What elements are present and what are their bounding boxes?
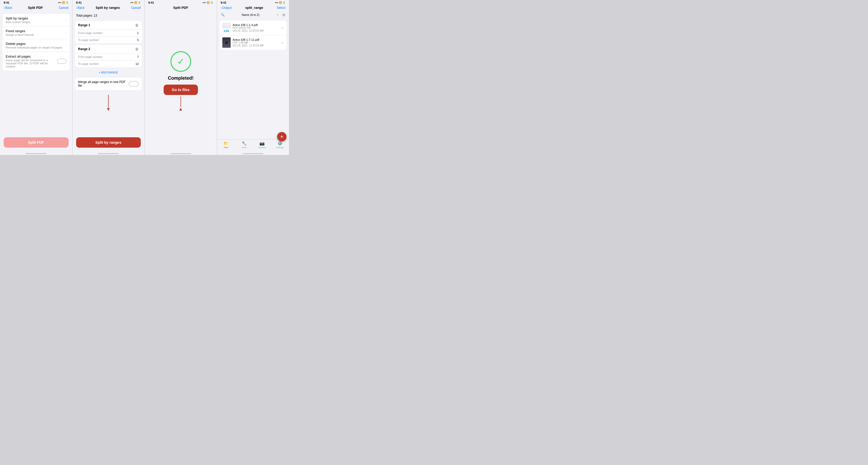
arrow-up-annotation: ▲	[179, 97, 183, 112]
file-item-1[interactable]: Ankur iDB 1-1-4.pdf PDF 438.87 KB Oct 29…	[220, 21, 287, 35]
split-by-ranges-button[interactable]: Split by ranges	[76, 137, 141, 147]
range-from-label-2: From page number:	[78, 55, 103, 58]
range-delete-icon-1[interactable]: 🗑	[135, 23, 139, 27]
completed-title: Completed!	[168, 75, 193, 81]
panel-output-files: 9:41 ▪▪▪▪ 📶 🔋 ‹ Output split_range Selec…	[217, 0, 289, 155]
menu-item-subtitle-3: Remove individual pages or ranges of pag…	[6, 46, 65, 49]
tab-bar: 📁 Files 🔧 Tools 📷 Scanner ⚙️ Settings	[217, 139, 289, 151]
status-bar-1: 9:41 ▪▪▪▪ 📶 🔋	[0, 0, 72, 5]
menu-item-split-by-ranges[interactable]: Split by ranges Add custom ranges ›	[3, 14, 70, 27]
battery-icon-4: 🔋	[283, 1, 285, 4]
add-range-button[interactable]: + ADD RANGE	[72, 69, 145, 76]
range-from-row-2[interactable]: From page number: 7	[75, 54, 142, 61]
range-from-row-1[interactable]: From page number: 1	[75, 30, 142, 37]
range-to-label-2: To page number:	[78, 62, 100, 65]
chevron-left-icon-1: ‹	[4, 6, 5, 10]
back-button-2[interactable]: ‹ Back	[76, 6, 85, 10]
home-indicator-3	[145, 151, 217, 155]
file-item-2[interactable]: 🖼 Ankur iDB 1-7-11.pdf PDF 1.05 MB Oct 2…	[220, 35, 287, 50]
range-delete-icon-2[interactable]: 🗑	[135, 47, 139, 51]
output-back-label: Output	[222, 6, 232, 10]
wifi-icon-1: 📶	[62, 1, 65, 4]
range-section-2: Range 2 🗑 From page number: 7 To page nu…	[75, 45, 142, 67]
fab-add-button[interactable]: +	[277, 132, 286, 141]
tab-item-scanner[interactable]: 📷 Scanner	[253, 141, 271, 149]
merge-label: Merge all page ranges in one PDF file	[78, 80, 129, 88]
chevron-right-icon-3: ›	[65, 43, 66, 47]
file-name-2: Ankur iDB 1-7-11.pdf	[233, 38, 279, 41]
status-icons-1: ▪▪▪▪ 📶 🔋	[58, 1, 68, 4]
nav-bar-1: ‹ Back Split PDF Cancel	[0, 5, 72, 12]
tab-item-tools[interactable]: 🔧 Tools	[235, 141, 253, 149]
file-name-1: Ankur iDB 1-1-4.pdf	[233, 23, 279, 27]
menu-item-title-3: Delete pages	[6, 42, 65, 46]
menu-item-fixed-ranges[interactable]: Fixed ranges Assign a fixed interval. ›	[3, 27, 70, 39]
sort-label[interactable]: Name (A to Z)	[227, 13, 275, 16]
file-info-2: Ankur iDB 1-7-11.pdf PDF 1.05 MB Oct 29,…	[233, 38, 279, 47]
wifi-icon-3: 📶	[207, 1, 210, 4]
file-list-content: Ankur iDB 1-1-4.pdf PDF 438.87 KB Oct 29…	[217, 19, 289, 139]
battery-icon-3: 🔋	[210, 1, 213, 4]
chart-bars-1	[224, 29, 229, 32]
grid-view-icon[interactable]: ⊞	[282, 13, 285, 17]
range-from-value-1: 1	[137, 31, 139, 34]
menu-item-title-2: Fixed ranges	[6, 29, 65, 33]
go-to-files-button[interactable]: Go to files	[164, 85, 198, 95]
nav-title-1: Split PDF	[28, 6, 43, 10]
range-to-row-1[interactable]: To page number: 5	[75, 37, 142, 43]
wifi-icon-2: 📶	[134, 1, 137, 4]
file-more-button-1[interactable]: ···	[281, 26, 284, 30]
nav-title-4: split_range	[245, 6, 263, 10]
arrow-annotation-down: ▼	[72, 92, 145, 113]
nav-title-2: Split by ranges	[96, 6, 120, 10]
signal-icon-4: ▪▪▪▪	[275, 1, 278, 4]
back-button-1[interactable]: ‹ Back	[4, 6, 12, 10]
tab-item-settings[interactable]: ⚙️ Settings	[271, 141, 289, 149]
output-back-button[interactable]: ‹ Output	[221, 6, 232, 10]
merge-section: Merge all page ranges in one PDF file	[75, 77, 142, 90]
home-bar-4	[243, 153, 264, 154]
range-title-1: Range 1	[78, 23, 90, 27]
tools-tab-label: Tools	[242, 146, 246, 149]
range-section-1: Range 1 🗑 From page number: 1 To page nu…	[75, 21, 142, 43]
file-meta-2: PDF 1.05 MB Oct 29, 2021, 11:53:25 AM	[233, 41, 279, 47]
extract-all-toggle[interactable]	[57, 59, 66, 64]
chart-bar-3	[226, 29, 227, 32]
merge-toggle[interactable]	[129, 81, 139, 87]
range-from-value-2: 7	[137, 55, 139, 58]
select-button[interactable]: Select	[277, 6, 285, 10]
files-tab-label: Files	[224, 146, 228, 149]
home-bar-3	[170, 153, 191, 154]
file-thumb-1	[222, 23, 230, 33]
chevron-right-icon-2: ›	[65, 31, 66, 34]
file-size-1: 438.87 KB	[239, 27, 251, 29]
completed-content: ✓ Completed! Go to files ▲	[145, 12, 217, 151]
menu-item-delete-pages[interactable]: Delete pages Remove individual pages or …	[3, 39, 70, 52]
status-bar-4: 9:41 ▪▪▪▪ 📶 🔋	[217, 0, 289, 5]
sort-chevron-icon: ▼	[277, 14, 279, 16]
range-to-row-2[interactable]: To page number: 12	[75, 61, 142, 67]
nav-bar-4: ‹ Output split_range Select	[217, 5, 289, 12]
arrow-head-up: ▲	[179, 106, 183, 112]
range-title-2: Range 2	[78, 47, 90, 51]
arrow-head-down: ▼	[106, 107, 111, 112]
file-thumb-img-2: 🖼	[222, 37, 230, 48]
tab-item-files[interactable]: 📁 Files	[217, 141, 235, 149]
panel-split-by-ranges: 9:41 ▪▪▪▪ 📶 🔋 ‹ Back Split by ranges Can…	[72, 0, 145, 155]
status-bar-2: 9:41 ▪▪▪▪ 📶 🔋	[72, 0, 145, 5]
range-from-label-1: From page number:	[78, 31, 103, 34]
back-label-2: Back	[78, 6, 85, 10]
file-date-2: Oct 29, 2021, 11:53:25 AM	[233, 44, 264, 47]
menu-item-title-1: Split by ranges	[6, 16, 65, 20]
split-pdf-button-1[interactable]: Split PDF	[4, 137, 68, 147]
home-bar-2	[98, 153, 119, 154]
home-indicator-4	[217, 151, 289, 155]
search-icon[interactable]: 🔍	[221, 13, 225, 16]
file-size-2: 1.05 MB	[239, 41, 248, 44]
menu-item-extract-all[interactable]: Extract all pages Every page will be con…	[3, 52, 70, 71]
cancel-button-2[interactable]: Cancel	[131, 6, 141, 10]
total-pages-label: Total pages: 13	[72, 12, 145, 19]
cancel-button-1[interactable]: Cancel	[59, 6, 68, 10]
file-more-button-2[interactable]: ···	[281, 40, 284, 45]
menu-section-1: Split by ranges Add custom ranges › Fixe…	[3, 14, 70, 71]
